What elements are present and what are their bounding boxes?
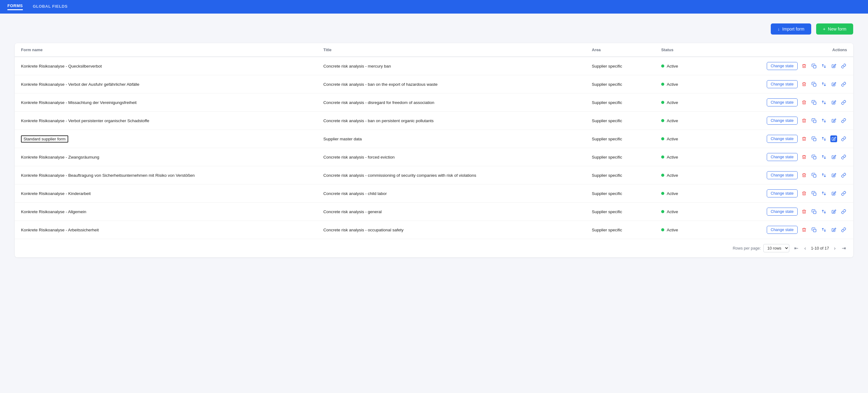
form-name-cell: Konkrete Risikoanalyse - Zwangsräumung (15, 148, 317, 166)
move-icon[interactable] (820, 190, 827, 197)
area-cell: Supplier specific (586, 148, 655, 166)
delete-icon[interactable] (801, 99, 807, 106)
link-icon[interactable] (840, 63, 847, 69)
edit-icon[interactable] (830, 226, 837, 233)
toolbar: ↓ Import form + New form (15, 24, 853, 35)
delete-icon[interactable] (801, 135, 807, 142)
title-cell: Concrete risk analysis - disregard for f… (317, 94, 586, 112)
actions-cell: Change state (703, 221, 853, 239)
form-name-cell: Konkrete Risikoanalyse - Verbot persiste… (15, 112, 317, 130)
form-name-cell: Konkrete Risikoanalyse - Verbot der Ausf… (15, 75, 317, 94)
edit-icon[interactable] (830, 154, 837, 160)
link-icon[interactable] (840, 81, 847, 88)
link-icon[interactable] (840, 99, 847, 106)
top-navigation: FORMS GLOBAL FIELDS (0, 0, 868, 13)
col-status: Status (655, 43, 703, 57)
copy-icon[interactable] (811, 154, 817, 160)
svg-rect-0 (813, 65, 816, 68)
area-cell: Supplier specific (586, 57, 655, 75)
new-form-button[interactable]: + New form (816, 24, 853, 35)
import-form-button[interactable]: ↓ Import form (771, 24, 811, 35)
col-area: Area (586, 43, 655, 57)
delete-icon[interactable] (801, 117, 807, 124)
move-icon[interactable] (820, 81, 827, 88)
change-state-button[interactable]: Change state (767, 135, 798, 143)
copy-icon[interactable] (811, 117, 817, 124)
change-state-button[interactable]: Change state (767, 207, 798, 216)
copy-icon[interactable] (811, 208, 817, 215)
delete-icon[interactable] (801, 190, 807, 197)
move-icon[interactable] (820, 99, 827, 106)
edit-icon[interactable] (830, 117, 837, 124)
status-dot (661, 101, 664, 104)
first-page-button[interactable]: ⇤ (793, 244, 800, 252)
area-cell: Supplier specific (586, 221, 655, 239)
status-text: Active (667, 64, 678, 68)
change-state-button[interactable]: Change state (767, 98, 798, 106)
change-state-button[interactable]: Change state (767, 189, 798, 197)
prev-page-button[interactable]: ‹ (803, 245, 807, 252)
form-name-cell: Konkrete Risikoanalyse - Missachtung der… (15, 94, 317, 112)
table-row: Konkrete Risikoanalyse - ZwangsräumungCo… (15, 148, 853, 166)
link-icon[interactable] (840, 226, 847, 233)
table-row: Konkrete Risikoanalyse - AllgemeinConcre… (15, 203, 853, 221)
title-cell: Concrete risk analysis - general (317, 203, 586, 221)
copy-icon[interactable] (811, 99, 817, 106)
edit-icon[interactable] (830, 172, 837, 178)
forms-table: Form name Title Area Status Actions Konk… (15, 43, 853, 239)
nav-global-fields[interactable]: GLOBAL FIELDS (33, 4, 68, 10)
change-state-button[interactable]: Change state (767, 153, 798, 161)
delete-icon[interactable] (801, 81, 807, 88)
svg-rect-6 (813, 174, 816, 177)
link-icon[interactable] (840, 154, 847, 160)
move-icon[interactable] (820, 117, 827, 124)
last-page-button[interactable]: ⇥ (840, 244, 847, 252)
copy-icon[interactable] (811, 226, 817, 233)
move-icon[interactable] (820, 135, 827, 142)
change-state-button[interactable]: Change state (767, 80, 798, 88)
title-cell: Supplier master data (317, 130, 586, 148)
status-text: Active (667, 100, 678, 105)
edit-icon[interactable] (830, 135, 837, 142)
change-state-button[interactable]: Change state (767, 117, 798, 125)
move-icon[interactable] (820, 63, 827, 69)
move-icon[interactable] (820, 154, 827, 160)
status-cell: Active (655, 112, 703, 130)
delete-icon[interactable] (801, 154, 807, 160)
copy-icon[interactable] (811, 190, 817, 197)
import-icon: ↓ (778, 27, 780, 31)
delete-icon[interactable] (801, 226, 807, 233)
move-icon[interactable] (820, 208, 827, 215)
copy-icon[interactable] (811, 81, 817, 88)
link-icon[interactable] (840, 117, 847, 124)
delete-icon[interactable] (801, 63, 807, 69)
copy-icon[interactable] (811, 172, 817, 178)
rows-per-page-select[interactable]: 10 rows 20 rows 50 rows (763, 244, 789, 252)
edit-icon[interactable] (830, 81, 837, 88)
status-dot (661, 228, 664, 231)
link-icon[interactable] (840, 135, 847, 142)
change-state-button[interactable]: Change state (767, 171, 798, 179)
edit-icon[interactable] (830, 63, 837, 69)
change-state-button[interactable]: Change state (767, 226, 798, 234)
status-dot (661, 210, 664, 213)
copy-icon[interactable] (811, 63, 817, 69)
link-icon[interactable] (840, 190, 847, 197)
status-text: Active (667, 137, 678, 141)
status-dot (661, 83, 664, 86)
edit-icon[interactable] (830, 99, 837, 106)
move-icon[interactable] (820, 226, 827, 233)
link-icon[interactable] (840, 172, 847, 178)
copy-icon[interactable] (811, 135, 817, 142)
move-icon[interactable] (820, 172, 827, 178)
delete-icon[interactable] (801, 208, 807, 215)
nav-forms[interactable]: FORMS (7, 3, 23, 10)
next-page-button[interactable]: › (833, 245, 837, 252)
table-row: Standard supplier formSupplier master da… (15, 130, 853, 148)
edit-icon[interactable] (830, 190, 837, 197)
change-state-button[interactable]: Change state (767, 62, 798, 70)
edit-icon[interactable] (830, 208, 837, 215)
link-icon[interactable] (840, 208, 847, 215)
status-cell: Active (655, 130, 703, 148)
delete-icon[interactable] (801, 172, 807, 178)
